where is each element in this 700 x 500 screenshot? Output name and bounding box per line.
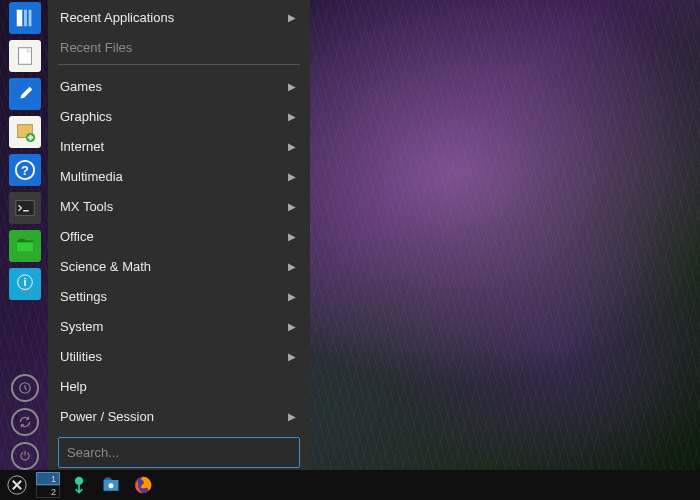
menu-category-settings[interactable]: Settings▶: [58, 281, 300, 311]
menu-item-label: Settings: [60, 289, 288, 304]
chevron-right-icon: ▶: [288, 141, 296, 152]
document-icon[interactable]: [9, 40, 41, 72]
power-icon[interactable]: [11, 442, 39, 470]
menu-category-science-math[interactable]: Science & Math▶: [58, 251, 300, 281]
chevron-right-icon: ▶: [288, 321, 296, 332]
firefox-icon[interactable]: [130, 473, 156, 497]
menu-category-graphics[interactable]: Graphics▶: [58, 101, 300, 131]
menu-category-system[interactable]: System▶: [58, 311, 300, 341]
files-icon[interactable]: [98, 473, 124, 497]
svg-rect-12: [21, 290, 28, 292]
menu-separator: [58, 64, 300, 65]
menu-category-internet[interactable]: Internet▶: [58, 131, 300, 161]
menu-item-label: Graphics: [60, 109, 288, 124]
chevron-right-icon: ▶: [288, 81, 296, 92]
chevron-right-icon: ▶: [288, 261, 296, 272]
chevron-right-icon: ▶: [288, 291, 296, 302]
menu-category-utilities[interactable]: Utilities▶: [58, 341, 300, 371]
menu-recent-applications[interactable]: Recent Applications ▶: [58, 2, 300, 32]
svg-text:i: i: [23, 276, 26, 288]
refresh-icon[interactable]: [11, 408, 39, 436]
folder-app-icon[interactable]: [9, 230, 41, 262]
system-info-icon[interactable]: i: [9, 268, 41, 300]
chevron-right-icon: ▶: [288, 351, 296, 362]
workspace-2[interactable]: 2: [36, 485, 60, 498]
menu-item-label: Power / Session: [60, 409, 288, 424]
menu-category-multimedia[interactable]: Multimedia▶: [58, 161, 300, 191]
taskbar: 1 2: [0, 470, 700, 500]
menu-item-label: Help: [60, 379, 296, 394]
recent-icon[interactable]: [11, 374, 39, 402]
menu-item-label: Recent Applications: [60, 10, 288, 25]
menu-item-label: Science & Math: [60, 259, 288, 274]
chevron-right-icon: ▶: [288, 12, 296, 23]
svg-text:?: ?: [21, 163, 29, 178]
chevron-right-icon: ▶: [288, 231, 296, 242]
menu-category-games[interactable]: Games▶: [58, 71, 300, 101]
menu-recent-files: Recent Files ▶: [58, 32, 300, 62]
tools-icon[interactable]: [9, 78, 41, 110]
menu-item-label: Office: [60, 229, 288, 244]
svg-rect-1: [24, 10, 27, 27]
menu-category-mx-tools[interactable]: MX Tools▶: [58, 191, 300, 221]
svg-rect-8: [16, 201, 34, 216]
application-menu: Recent Applications ▶ Recent Files ▶ Gam…: [48, 0, 310, 470]
chevron-right-icon: ▶: [288, 201, 296, 212]
file-manager-icon[interactable]: [9, 2, 41, 34]
workspace-1[interactable]: 1: [36, 472, 60, 485]
menu-category-power-session[interactable]: Power / Session▶: [58, 401, 300, 431]
help-icon[interactable]: ?: [9, 154, 41, 186]
menu-item-label: Utilities: [60, 349, 288, 364]
search-input[interactable]: [58, 437, 300, 468]
menu-item-label: Recent Files: [60, 40, 288, 55]
updater-icon[interactable]: [66, 473, 92, 497]
terminal-icon[interactable]: [9, 192, 41, 224]
menu-item-label: MX Tools: [60, 199, 288, 214]
menu-item-label: Multimedia: [60, 169, 288, 184]
menu-item-label: Games: [60, 79, 288, 94]
chevron-right-icon: ▶: [288, 111, 296, 122]
svg-rect-2: [29, 10, 32, 27]
favorites-sidebar: ? i: [5, 0, 45, 470]
menu-category-help[interactable]: Help: [58, 371, 300, 401]
menu-category-office[interactable]: Office▶: [58, 221, 300, 251]
svg-rect-0: [17, 10, 23, 27]
chevron-right-icon: ▶: [288, 411, 296, 422]
package-install-icon[interactable]: [9, 116, 41, 148]
svg-rect-3: [19, 48, 32, 65]
workspace-pager[interactable]: 1 2: [36, 472, 60, 498]
menu-item-label: System: [60, 319, 288, 334]
svg-rect-9: [17, 242, 34, 251]
menu-item-label: Internet: [60, 139, 288, 154]
svg-point-17: [109, 483, 114, 488]
start-button[interactable]: [4, 473, 30, 497]
chevron-right-icon: ▶: [288, 171, 296, 182]
svg-point-15: [75, 477, 83, 485]
